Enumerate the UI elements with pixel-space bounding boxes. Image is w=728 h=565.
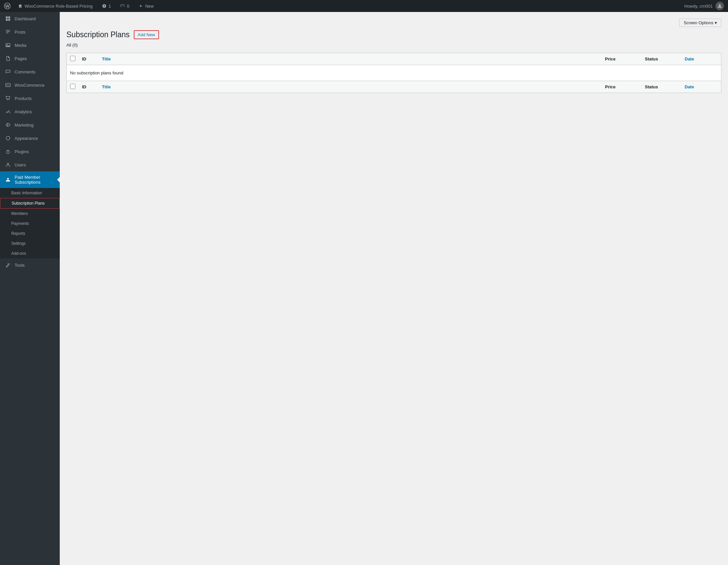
- svg-point-2: [719, 4, 721, 6]
- sidebar-item-appearance-label: Appearance: [15, 136, 38, 141]
- sidebar-item-dashboard-label: Dashboard: [15, 16, 36, 21]
- sidebar-item-tools-label: Tools: [15, 263, 25, 268]
- sidebar-item-appearance[interactable]: Appearance: [0, 131, 60, 145]
- select-all-checkbox[interactable]: [70, 56, 75, 61]
- products-icon: [5, 95, 11, 102]
- tfoot-title[interactable]: Title: [99, 81, 602, 93]
- add-new-button[interactable]: Add New: [134, 30, 159, 39]
- sidebar-item-users[interactable]: Users: [0, 158, 60, 171]
- sidebar-item-users-label: Users: [15, 162, 26, 167]
- sidebar-item-pms[interactable]: Paid Member Subscriptions: [0, 171, 60, 188]
- svg-point-12: [9, 99, 9, 100]
- sidebar-item-marketing-label: Marketing: [15, 122, 34, 127]
- svg-point-16: [7, 178, 9, 179]
- submenu-item-subscription-plans[interactable]: Subscription Plans: [0, 198, 60, 208]
- table-body: No subscription plans found: [67, 65, 721, 81]
- th-title[interactable]: Title: [99, 53, 602, 65]
- wp-wrap: Dashboard Posts Media Pages Comments: [0, 12, 728, 565]
- users-icon: [5, 161, 11, 168]
- appearance-icon: [5, 135, 11, 141]
- admin-bar: W WooCommerce Role-Based Pricing 1 0 New…: [0, 0, 728, 12]
- dashboard-icon: [5, 15, 11, 22]
- svg-rect-4: [8, 17, 10, 19]
- avatar: [715, 2, 724, 10]
- sidebar-item-pages[interactable]: Pages: [0, 52, 60, 65]
- sidebar-item-analytics-label: Analytics: [15, 109, 32, 114]
- view-all-link[interactable]: All (0): [66, 41, 78, 49]
- media-icon: [5, 42, 11, 48]
- sidebar-item-products[interactable]: Products: [0, 92, 60, 105]
- page-header: Subscription Plans Add New: [66, 30, 721, 39]
- view-all[interactable]: All (0): [66, 42, 78, 47]
- posts-icon: [5, 29, 11, 35]
- submenu-item-settings[interactable]: Settings: [0, 238, 60, 248]
- pms-submenu: Basic Information Subscription Plans Mem…: [0, 188, 60, 258]
- th-status: Status: [642, 53, 682, 65]
- tfoot-date[interactable]: Date: [682, 81, 721, 93]
- svg-text:Woo: Woo: [6, 84, 10, 86]
- wp-logo[interactable]: W: [4, 3, 11, 9]
- svg-rect-3: [6, 17, 8, 19]
- th-date-sort-link[interactable]: Date: [685, 56, 694, 61]
- adminbar-howdy: Howdy, crn001: [684, 2, 724, 10]
- adminbar-site-name: WooCommerce Role-Based Pricing: [25, 4, 93, 9]
- pages-icon: [5, 55, 11, 62]
- sidebar-item-marketing[interactable]: Marketing: [0, 118, 60, 131]
- no-items-row: No subscription plans found: [67, 65, 721, 81]
- screen-options-button[interactable]: Screen Options ▾: [679, 19, 721, 27]
- adminbar-new-label: New: [145, 4, 154, 9]
- sidebar-item-posts[interactable]: Posts: [0, 25, 60, 39]
- screen-options-label: Screen Options: [684, 20, 713, 25]
- tfoot-checkbox: [67, 81, 79, 93]
- sidebar-item-plugins-label: Plugins: [15, 149, 29, 154]
- sidebar-item-pms-label: Paid Member Subscriptions: [15, 175, 55, 185]
- sidebar-item-posts-label: Posts: [15, 30, 26, 35]
- svg-text:W: W: [5, 4, 10, 9]
- adminbar-site[interactable]: WooCommerce Role-Based Pricing: [16, 0, 95, 12]
- svg-rect-5: [6, 19, 8, 21]
- plugins-icon: [5, 148, 11, 155]
- th-title-sort-link[interactable]: Title: [102, 56, 111, 61]
- submenu-item-payments[interactable]: Payments: [0, 218, 60, 228]
- sidebar-item-media[interactable]: Media: [0, 39, 60, 52]
- adminbar-updates-count: 1: [109, 4, 111, 9]
- tfoot-price: Price: [602, 81, 642, 93]
- sidebar-item-analytics[interactable]: Analytics: [0, 105, 60, 118]
- table-footer: ID Title Price Status: [67, 81, 721, 93]
- th-date[interactable]: Date: [682, 53, 721, 65]
- pms-icon: [5, 176, 11, 183]
- sidebar-item-comments[interactable]: Comments: [0, 65, 60, 78]
- svg-point-11: [7, 99, 8, 100]
- sidebar-item-products-label: Products: [15, 96, 32, 101]
- adminbar-new[interactable]: New: [136, 0, 156, 12]
- sidebar-item-pages-label: Pages: [15, 56, 27, 61]
- sidebar-item-woocommerce-label: WooCommerce: [15, 83, 44, 88]
- tfoot-id: ID: [79, 81, 99, 93]
- woocommerce-icon: Woo: [5, 82, 11, 88]
- submenu-item-reports[interactable]: Reports: [0, 228, 60, 238]
- tfoot-title-sort-link[interactable]: Title: [102, 84, 111, 89]
- adminbar-comments[interactable]: 0: [118, 0, 131, 12]
- subscription-plans-table: ID Title Price Status: [66, 53, 721, 93]
- submenu-item-members[interactable]: Members: [0, 208, 60, 218]
- select-all-footer-checkbox[interactable]: [70, 84, 75, 89]
- sidebar-item-dashboard[interactable]: Dashboard: [0, 12, 60, 25]
- tfoot-date-sort-link[interactable]: Date: [685, 84, 694, 89]
- table-wrap: ID Title Price Status: [66, 53, 721, 93]
- th-checkbox: [67, 53, 79, 65]
- no-items-cell: No subscription plans found: [67, 65, 721, 81]
- submenu-item-add-ons[interactable]: Add-ons: [0, 248, 60, 258]
- page-title: Subscription Plans: [66, 30, 130, 39]
- page-title-wrap: Subscription Plans Add New: [66, 30, 159, 39]
- svg-point-15: [7, 163, 9, 165]
- sidebar-item-plugins[interactable]: Plugins: [0, 145, 60, 158]
- analytics-icon: [5, 108, 11, 115]
- sidebar-item-woocommerce[interactable]: Woo WooCommerce: [0, 78, 60, 92]
- th-id: ID: [79, 53, 99, 65]
- submenu-item-basic-information[interactable]: Basic Information: [0, 188, 60, 198]
- sidebar-item-comments-label: Comments: [15, 69, 36, 74]
- sidebar-item-tools[interactable]: Tools: [0, 258, 60, 272]
- screen-options-chevron-icon: ▾: [715, 20, 717, 25]
- adminbar-updates[interactable]: 1: [100, 0, 113, 12]
- comments-icon: [5, 68, 11, 75]
